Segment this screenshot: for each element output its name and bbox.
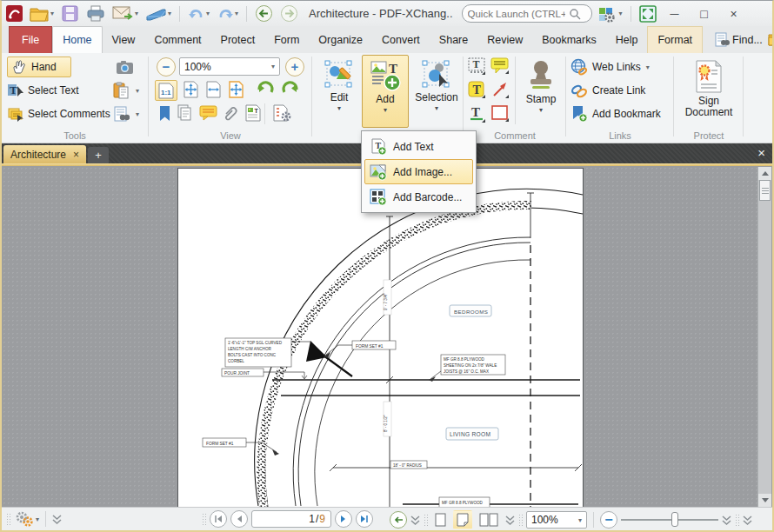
scroll-up-button[interactable]: [758, 167, 771, 180]
selection-button[interactable]: Selection ▾: [411, 55, 462, 128]
view-history-chevrons[interactable]: [410, 515, 420, 525]
menu-item-add-image[interactable]: Add Image...: [364, 159, 473, 184]
quick-launch-input[interactable]: [468, 9, 565, 19]
tab-format[interactable]: Format: [647, 26, 703, 53]
back-button[interactable]: [253, 3, 275, 24]
zoom-slider[interactable]: [621, 511, 718, 529]
find-button[interactable]: Find...: [715, 32, 763, 48]
tab-home[interactable]: Home: [52, 26, 102, 53]
arrow-tool-button[interactable]: [490, 80, 510, 99]
typewriter-tool-button[interactable]: T: [467, 57, 486, 76]
tab-view[interactable]: View: [103, 26, 145, 53]
find-tool-button[interactable]: ▾: [111, 103, 139, 124]
status-options-arrow[interactable]: ▾: [36, 515, 39, 523]
document-tab-close-icon[interactable]: ×: [73, 149, 79, 161]
tab-bookmarks[interactable]: Bookmarks: [532, 26, 606, 53]
ui-options-dropdown-arrow[interactable]: ▾: [619, 10, 623, 17]
pdf-page[interactable]: 1'-6"x1'-1" TOP SGL CURVED LENGTH C/W AN…: [178, 169, 583, 508]
hand-tool-button[interactable]: Hand: [7, 57, 71, 77]
menu-item-add-text[interactable]: T Add Text: [364, 134, 473, 159]
last-page-button[interactable]: [356, 510, 373, 528]
stamp-button[interactable]: Stamp ▾: [518, 55, 564, 128]
comments-pane-button[interactable]: [198, 103, 217, 123]
scrollbar-thumb[interactable]: [759, 180, 771, 201]
undo-button[interactable]: ▾: [186, 4, 211, 23]
first-page-button[interactable]: [210, 510, 227, 528]
search-in-files-button[interactable]: [768, 32, 774, 47]
thumbnails-pane-button[interactable]: [176, 103, 195, 123]
scan-dropdown-arrow[interactable]: ▾: [168, 10, 171, 17]
zoom-in-button[interactable]: +: [285, 57, 304, 76]
rectangle-tool-button[interactable]: [490, 103, 510, 123]
document-view[interactable]: 1'-6"x1'-1" TOP SGL CURVED LENGTH C/W AN…: [2, 166, 772, 508]
status-zoom-combo[interactable]: 100%▾: [526, 511, 587, 529]
previous-view-button[interactable]: [390, 511, 407, 529]
tab-review[interactable]: Review: [477, 26, 532, 53]
forward-button[interactable]: [278, 3, 300, 24]
fit-width-button[interactable]: [204, 80, 223, 99]
next-page-button[interactable]: [335, 510, 352, 528]
vertical-scrollbar[interactable]: [757, 167, 771, 507]
toolbar-grip[interactable]: [202, 513, 206, 525]
paste-dropdown-arrow[interactable]: ▾: [136, 87, 139, 95]
actual-size-button[interactable]: 1:1: [155, 80, 177, 101]
close-button[interactable]: ×: [721, 7, 747, 21]
highlight-text-tool-button[interactable]: T: [467, 80, 486, 99]
find-dropdown-arrow[interactable]: ▾: [136, 110, 139, 118]
undo-dropdown-arrow[interactable]: ▾: [206, 10, 210, 17]
select-comments-button[interactable]: Select Comments: [7, 103, 110, 124]
zoom-level-combo[interactable]: 100%▾: [179, 57, 280, 76]
sticky-note-tool-button[interactable]: [490, 57, 510, 76]
edit-dropdown-arrow[interactable]: ▾: [337, 104, 341, 112]
toolbar-grip[interactable]: [424, 514, 428, 526]
snapshot-button[interactable]: [115, 57, 134, 77]
selection-dropdown-arrow[interactable]: ▾: [435, 104, 438, 112]
quick-launch-box[interactable]: [462, 4, 592, 23]
redo-dropdown-arrow[interactable]: ▾: [235, 10, 238, 17]
layout-options-chevrons[interactable]: [505, 515, 515, 525]
zoom-combo-arrow[interactable]: ▾: [271, 63, 275, 70]
status-options-button[interactable]: ▾: [14, 510, 39, 528]
save-button[interactable]: [59, 3, 81, 24]
tab-share[interactable]: Share: [430, 26, 477, 53]
zoom-options-chevrons[interactable]: [722, 515, 731, 525]
open-dropdown-arrow[interactable]: ▾: [50, 10, 54, 17]
tab-protect[interactable]: Protect: [211, 26, 265, 53]
pane-options-button[interactable]: [271, 103, 294, 123]
rotate-cw-button[interactable]: [280, 80, 299, 99]
fullscreen-button[interactable]: [637, 3, 658, 24]
tab-file[interactable]: File: [9, 26, 52, 53]
fit-visible-button[interactable]: [226, 80, 245, 99]
document-tab-architecture[interactable]: Architecture ×: [3, 145, 86, 163]
add-bookmark-button[interactable]: Add Bookmark: [570, 103, 661, 124]
tab-form[interactable]: Form: [264, 26, 309, 53]
tab-help[interactable]: Help: [606, 26, 648, 53]
attachments-pane-button[interactable]: [221, 103, 240, 123]
email-dropdown-arrow[interactable]: ▾: [135, 10, 138, 17]
zoom-slider-handle[interactable]: [671, 512, 678, 527]
toolbar-grip[interactable]: [518, 514, 523, 526]
paste-button[interactable]: ▾: [111, 80, 139, 101]
add-button[interactable]: T Add ▾: [362, 55, 409, 128]
expand-toolbar-chevrons[interactable]: [52, 515, 62, 524]
tab-convert[interactable]: Convert: [372, 26, 430, 53]
ui-options-button[interactable]: ▾: [596, 3, 624, 24]
edit-button[interactable]: Edit ▾: [319, 55, 359, 128]
status-zoom-arrow[interactable]: ▾: [578, 516, 582, 524]
page-number-field[interactable]: 1/9: [251, 510, 331, 528]
web-links-dropdown-arrow[interactable]: ▾: [646, 63, 650, 71]
previous-page-button[interactable]: [230, 510, 248, 528]
sign-document-button[interactable]: Sign Document: [680, 55, 737, 128]
stamp-dropdown-arrow[interactable]: ▾: [539, 106, 543, 114]
fit-page-button[interactable]: [181, 80, 200, 99]
content-pane-button[interactable]: T: [244, 103, 263, 123]
underline-text-tool-button[interactable]: T: [467, 103, 486, 123]
two-page-layout-button[interactable]: [476, 510, 502, 529]
continuous-layout-button[interactable]: [453, 510, 472, 529]
email-button[interactable]: ▾: [110, 3, 140, 23]
more-tools-chevrons[interactable]: [743, 515, 752, 525]
bookmarks-pane-button[interactable]: [155, 103, 174, 123]
rotate-ccw-button[interactable]: [256, 80, 275, 99]
status-zoom-out-button[interactable]: −: [600, 511, 617, 529]
tab-comment[interactable]: Comment: [144, 26, 210, 53]
